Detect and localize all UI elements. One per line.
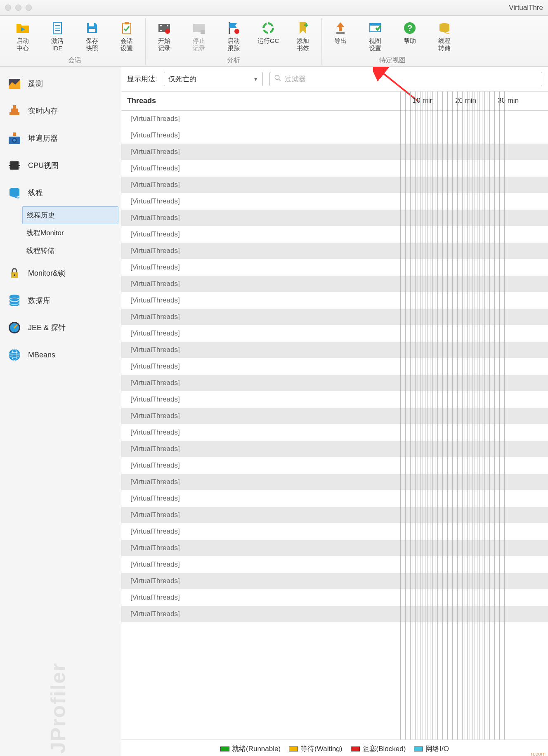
display-mode-dropdown[interactable]: 仅死亡的 ▼ [164,72,263,86]
thread-name: [VirtualThreads] [130,247,400,255]
filter-search[interactable] [269,72,542,86]
gauge-icon [7,320,22,335]
sidebar-item-label: 遥测 [28,79,43,89]
thread-name: [VirtualThreads] [130,115,400,123]
chart-icon [7,76,22,92]
start-tracking-button[interactable]: 启动 跟踪 [219,18,248,54]
svg-rect-29 [11,109,14,112]
thread-row[interactable]: [VirtualThreads] [121,424,548,441]
view-settings-button[interactable]: 视图 设置 [361,18,390,54]
maximize-dot[interactable] [26,5,32,11]
sidebar-item-jee-probes[interactable]: JEE & 探针 [0,314,121,341]
thread-row[interactable]: [VirtualThreads] [121,342,548,358]
thread-row[interactable]: [VirtualThreads] [121,160,548,177]
thread-row[interactable]: [VirtualThreads] [121,589,548,606]
sidebar-subitem-thread-monitor[interactable]: 线程Monitor [20,224,121,242]
sidebar-subitems: 线程历史线程Monitor线程转储 [0,206,121,260]
legend-label: 就绪(Runnable) [232,744,281,754]
chip-icon [7,158,22,173]
thread-row[interactable]: [VirtualThreads] [121,127,548,144]
thread-row[interactable]: [VirtualThreads] [121,606,548,622]
sidebar-item-label: 线程 [28,188,43,198]
thread-name: [VirtualThreads] [130,461,400,470]
thread-row[interactable]: [VirtualThreads] [121,276,548,292]
thread-row[interactable]: [VirtualThreads] [121,243,548,259]
thread-row[interactable]: [VirtualThreads] [121,474,548,490]
thread-row[interactable]: [VirtualThreads] [121,408,548,424]
thread-row[interactable]: [VirtualThreads] [121,457,548,474]
thread-name: [VirtualThreads] [130,511,400,519]
timeline-label: 30 min [498,97,519,105]
sidebar-item-monitors-locks[interactable]: Monitor&锁 [0,260,121,287]
minimize-dot[interactable] [15,5,21,11]
thread-row[interactable]: [VirtualThreads] [121,375,548,391]
stop-recording-button[interactable]: 停止 记录 [184,18,213,54]
thread-row[interactable]: [VirtualThreads] [121,292,548,309]
folder-play-icon [14,20,31,36]
thread-row[interactable]: [VirtualThreads] [121,177,548,193]
thread-name: [VirtualThreads] [130,296,400,305]
window-title: VirtualThre [509,4,543,12]
tool-label: 添加 书签 [297,37,309,52]
save-snapshot-button[interactable]: 保存 快照 [78,18,106,54]
start-center-button[interactable]: 启动 中心 [8,18,37,54]
activate-ide-button[interactable]: 激活 IDE [43,18,72,54]
sidebar-item-live-memory[interactable]: 实时内存 [0,97,121,125]
start-recording-button[interactable]: 开始 记录 [150,18,179,54]
thread-row[interactable]: [VirtualThreads] [121,441,548,457]
svg-rect-5 [89,29,95,32]
sidebar-item-cpu-views[interactable]: CPU视图 [0,152,121,179]
thread-name: [VirtualThreads] [130,197,400,206]
sidebar-item-telemetry[interactable]: 遥测 [0,70,121,97]
thread-name: [VirtualThreads] [130,494,400,503]
thread-row[interactable]: [VirtualThreads] [121,144,548,160]
thread-row[interactable]: [VirtualThreads] [121,507,548,523]
export-button[interactable]: 导出 [326,18,355,54]
sidebar-item-threads[interactable]: 线程 [0,179,121,206]
sidebar-item-databases[interactable]: 数据库 [0,287,121,314]
thread-row[interactable]: [VirtualThreads] [121,556,548,573]
thread-row[interactable]: [VirtualThreads] [121,210,548,226]
thread-row[interactable]: [VirtualThreads] [121,523,548,540]
svg-rect-31 [9,112,13,115]
thread-row[interactable]: [VirtualThreads] [121,540,548,556]
legend-item: 等待(Waiting) [289,744,342,754]
thread-row[interactable]: [VirtualThreads] [121,226,548,243]
thread-row[interactable]: [VirtualThreads] [121,358,548,375]
window-controls[interactable] [5,5,32,11]
watermark: JProfiler [46,662,70,754]
tool-label: 保存 快照 [86,37,98,52]
thread-dump-button[interactable]: 线程 转储 [430,18,459,54]
thread-row[interactable]: [VirtualThreads] [121,193,548,210]
save-icon [84,20,100,36]
toolbar-group: 开始 记录停止 记录启动 跟踪运行GC添加 书签分析 [146,18,322,65]
dropdown-value: 仅死亡的 [168,74,196,84]
thread-row[interactable]: [VirtualThreads] [121,490,548,507]
toolbar-group: 导出视图 设置?帮助线程 转储特定视图 [322,18,463,65]
help-button[interactable]: ?帮助 [395,18,424,54]
timeline-label: 10 min [413,97,434,105]
thread-row[interactable]: [VirtualThreads] [121,391,548,408]
thread-row[interactable]: [VirtualThreads] [121,111,548,127]
sidebar-item-heap-walker[interactable]: 堆遍历器 [0,125,121,152]
session-settings-button[interactable]: 会话 设置 [112,18,141,54]
add-bookmark-button[interactable]: 添加 书签 [288,18,317,54]
legend-swatch [351,747,360,751]
legend-label: 等待(Waiting) [300,744,342,754]
thread-row[interactable]: [VirtualThreads] [121,573,548,589]
sidebar-subitem-thread-history[interactable]: 线程历史 [22,206,118,224]
thread-name: [VirtualThreads] [130,412,400,420]
svg-rect-6 [123,23,131,34]
close-dot[interactable] [5,5,11,11]
run-gc-button[interactable]: 运行GC [254,18,283,54]
filter-input[interactable] [285,75,538,83]
thread-row[interactable]: [VirtualThreads] [121,259,548,276]
sidebar-subitem-thread-dump[interactable]: 线程转储 [20,242,121,260]
filter-row: 显示用法: 仅死亡的 ▼ [121,67,548,92]
threads-column-header[interactable]: Threads [127,97,400,105]
thread-row[interactable]: [VirtualThreads] [121,325,548,342]
thread-name: [VirtualThreads] [130,346,400,354]
legend-swatch [220,747,229,751]
sidebar-item-mbeans[interactable]: MBeans [0,341,121,369]
thread-row[interactable]: [VirtualThreads] [121,309,548,325]
